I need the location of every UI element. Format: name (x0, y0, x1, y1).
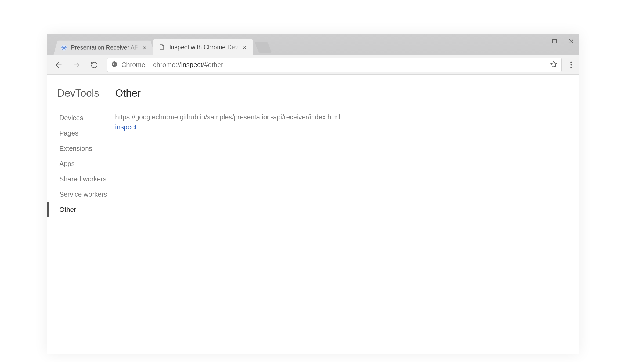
toolbar: Chrome chrome://inspect/#other (47, 55, 579, 75)
page-title: Other (115, 87, 569, 106)
maximize-button[interactable] (551, 38, 558, 45)
close-icon[interactable]: × (143, 44, 147, 51)
forward-button[interactable] (69, 57, 84, 72)
svg-point-13 (114, 63, 115, 65)
snowflake-icon (61, 44, 67, 51)
minimize-button[interactable] (534, 38, 542, 45)
sidebar-item-apps[interactable]: Apps (47, 156, 115, 171)
bookmark-star-icon[interactable] (550, 60, 558, 70)
sidebar-item-pages[interactable]: Pages (47, 126, 115, 141)
reload-button[interactable] (87, 57, 102, 72)
sidebar-item-extensions[interactable]: Extensions (47, 141, 115, 156)
omnibox-url: chrome://inspect/#other (153, 61, 223, 69)
svg-marker-14 (551, 61, 557, 67)
sidebar-item-other[interactable]: Other (47, 202, 115, 217)
sidebar-item-shared-workers[interactable]: Shared workers (47, 171, 115, 187)
chrome-menu-button[interactable] (566, 57, 577, 72)
window-controls (534, 38, 575, 45)
svg-rect-6 (553, 39, 556, 43)
sidebar: DevTools Devices Pages Extensions Apps S… (47, 75, 115, 354)
browser-window: Presentation Receiver API Sample × Inspe… (47, 34, 579, 354)
svg-point-16 (570, 64, 572, 65)
close-window-button[interactable] (567, 38, 575, 45)
target-url: https://googlechrome.github.io/samples/p… (115, 113, 569, 121)
tab-strip: Presentation Receiver API Sample × Inspe… (47, 34, 579, 55)
inspect-link[interactable]: inspect (115, 123, 569, 131)
back-button[interactable] (51, 57, 66, 72)
sidebar-title: DevTools (47, 87, 115, 99)
tab-title: Inspect with Chrome Dev (169, 44, 238, 51)
main-panel: Other https://googlechrome.github.io/sam… (115, 75, 579, 354)
address-bar[interactable]: Chrome chrome://inspect/#other (107, 58, 562, 72)
chrome-logo-icon (111, 61, 118, 69)
omnibox-chip-label: Chrome (121, 61, 145, 69)
divider (149, 61, 149, 69)
sidebar-item-service-workers[interactable]: Service workers (47, 187, 115, 202)
tab-inspect-devtools[interactable]: Inspect with Chrome Dev × (153, 39, 253, 55)
sidebar-item-devices[interactable]: Devices (47, 110, 115, 126)
new-tab-button[interactable] (255, 42, 272, 53)
close-icon[interactable]: × (243, 44, 247, 51)
tab-title: Presentation Receiver API Sample (71, 44, 138, 51)
svg-point-15 (570, 61, 572, 63)
svg-point-17 (570, 67, 572, 68)
tab-presentation-receiver[interactable]: Presentation Receiver API Sample × (53, 41, 155, 55)
page-content: DevTools Devices Pages Extensions Apps S… (47, 75, 579, 354)
file-icon (158, 44, 165, 51)
